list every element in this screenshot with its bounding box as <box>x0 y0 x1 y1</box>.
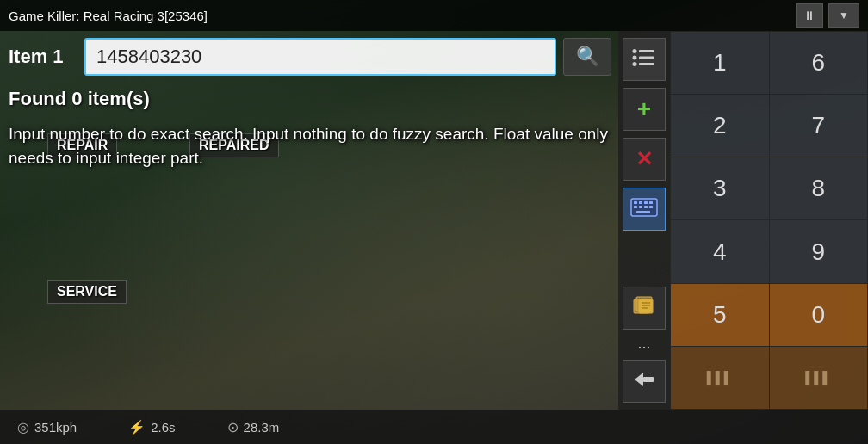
numpad: 1 6 2 7 3 8 4 9 5 0 ▌▌▌ <box>670 31 868 410</box>
num-key-6[interactable]: 6 <box>770 32 868 94</box>
time-value: 2.6s <box>151 420 175 435</box>
num-key-extra-right[interactable]: ▌▌▌ <box>770 347 868 409</box>
delete-icon: ✕ <box>636 147 653 171</box>
svg-marker-22 <box>635 373 643 386</box>
pause-icon: ⏸ <box>803 9 815 22</box>
svg-rect-18 <box>639 299 653 313</box>
back-icon <box>633 370 655 393</box>
search-icon: 🔍 <box>576 46 599 68</box>
search-input[interactable] <box>84 38 556 76</box>
svg-rect-7 <box>634 201 637 204</box>
speed-icon: ◎ <box>17 419 29 435</box>
more-button[interactable]: ... <box>637 335 650 353</box>
add-button[interactable]: + <box>623 88 666 131</box>
time-status: ⚡ 2.6s <box>128 419 175 435</box>
svg-rect-15 <box>636 211 650 213</box>
speed-status: ◎ 351kph <box>17 419 77 435</box>
num-key-8[interactable]: 8 <box>770 157 868 219</box>
svg-rect-10 <box>649 201 653 204</box>
num-key-7[interactable]: 7 <box>770 95 868 157</box>
svg-rect-11 <box>634 206 637 208</box>
add-icon: + <box>637 96 651 123</box>
svg-rect-13 <box>644 206 648 208</box>
main-panel: Item 1 🔍 Found 0 item(s) Input number to… <box>0 31 620 410</box>
num-key-1[interactable]: 1 <box>671 32 769 94</box>
distance-status: ⊙ 28.3m <box>227 419 280 435</box>
svg-point-3 <box>633 49 637 53</box>
svg-rect-12 <box>639 206 642 208</box>
list-icon <box>632 48 656 71</box>
distance-value: 28.3m <box>244 420 280 435</box>
search-row: Item 1 🔍 <box>0 31 620 83</box>
help-text: Input number to do exact search. Input n… <box>0 114 620 178</box>
back-button[interactable] <box>623 360 666 403</box>
keyboard-icon <box>630 198 658 221</box>
num-key-2[interactable]: 2 <box>671 95 769 157</box>
num-key-0[interactable]: 0 <box>770 284 868 346</box>
files-button[interactable] <box>623 287 666 330</box>
app-title: Game Killer: Real Racing 3[25346] <box>9 9 796 23</box>
num-key-5[interactable]: 5 <box>671 284 769 346</box>
num-key-9[interactable]: 9 <box>770 220 868 282</box>
pause-button[interactable]: ⏸ <box>796 3 823 28</box>
svg-rect-8 <box>639 201 642 204</box>
search-input-wrapper <box>84 38 556 76</box>
files-icon <box>632 294 656 323</box>
delete-button[interactable]: ✕ <box>623 138 666 181</box>
time-icon: ⚡ <box>128 419 146 435</box>
dropdown-icon: ▼ <box>839 9 849 22</box>
right-sidebar: + ✕ <box>618 31 868 410</box>
svg-rect-0 <box>639 50 654 52</box>
svg-point-4 <box>633 55 637 59</box>
keyboard-button[interactable] <box>623 188 666 231</box>
svg-rect-14 <box>649 206 653 208</box>
dropdown-button[interactable]: ▼ <box>828 3 859 28</box>
title-bar: Game Killer: Real Racing 3[25346] ⏸ ▼ <box>0 0 868 31</box>
svg-rect-1 <box>639 56 654 59</box>
distance-icon: ⊙ <box>227 419 239 435</box>
svg-rect-2 <box>639 63 654 65</box>
num-key-extra-left[interactable]: ▌▌▌ <box>671 347 769 409</box>
status-bar: ◎ 351kph ⚡ 2.6s ⊙ 28.3m <box>0 410 868 444</box>
found-results-text: Found 0 item(s) <box>0 83 620 114</box>
speed-value: 351kph <box>34 420 77 435</box>
num-key-3[interactable]: 3 <box>671 157 769 219</box>
num-key-4[interactable]: 4 <box>671 220 769 282</box>
sidebar-controls: + ✕ <box>618 31 670 410</box>
svg-rect-23 <box>643 377 654 382</box>
dots-label: ... <box>637 335 650 352</box>
item-label: Item 1 <box>9 46 78 68</box>
list-button[interactable] <box>623 38 666 81</box>
svg-point-5 <box>633 62 637 66</box>
svg-rect-9 <box>644 201 648 204</box>
search-button[interactable]: 🔍 <box>563 38 611 76</box>
